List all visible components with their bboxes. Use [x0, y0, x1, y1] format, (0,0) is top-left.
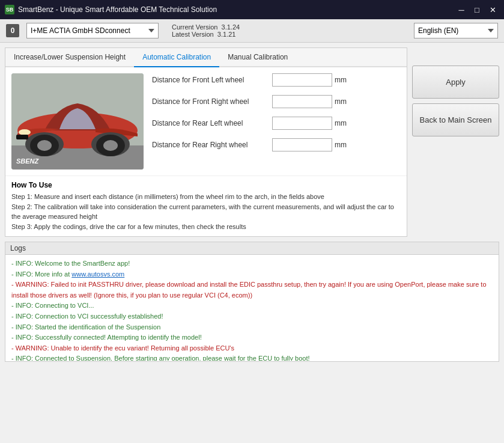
- field-label-rear-right: Distance for Rear Right wheel: [152, 141, 272, 149]
- svg-point-7: [37, 140, 52, 151]
- language-selector-wrap: English (EN): [414, 23, 498, 38]
- logs-header: Logs: [5, 242, 499, 255]
- device-select[interactable]: I+ME ACTIA GmbH SDconnect: [26, 23, 159, 38]
- title-bar-left: SB SmartBenz - Unique Smart Affordable O…: [5, 5, 217, 14]
- field-row-rear-right: Distance for Rear Right wheel mm: [152, 138, 401, 151]
- how-to-use-title: How To Use: [11, 181, 401, 189]
- minimize-button[interactable]: ─: [455, 3, 468, 16]
- field-input-front-left[interactable]: [272, 73, 332, 87]
- tab-content: SBENZ Distance for Front Left wheel mm D…: [5, 67, 407, 176]
- log-entry-6: - INFO: Started the identification of th…: [11, 323, 160, 331]
- maximize-button[interactable]: □: [470, 3, 484, 16]
- log-entry-7: - INFO: Successfully connected! Attempti…: [11, 334, 202, 341]
- field-unit-front-right: mm: [335, 97, 347, 106]
- tab-increase[interactable]: Increase/Lower Suspension Height: [5, 48, 134, 67]
- top-bar: 0 I+ME ACTIA GmbH SDconnect Current Vers…: [0, 19, 504, 43]
- field-input-rear-right[interactable]: [272, 138, 332, 151]
- language-select[interactable]: English (EN): [414, 23, 498, 38]
- field-label-front-left: Distance for Front Left wheel: [152, 76, 272, 84]
- apply-button[interactable]: Apply: [412, 66, 499, 99]
- how-to-use: How To Use Step 1: Measure and insert ea…: [5, 176, 407, 236]
- title-bar-title: SmartBenz - Unique Smart Affordable OEM …: [18, 5, 217, 14]
- log-entry-1: - INFO: Welcome to the SmartBenz app!: [11, 260, 130, 267]
- field-unit-front-left: mm: [335, 76, 347, 84]
- tab-manual[interactable]: Manual Calibration: [219, 48, 296, 67]
- svg-point-9: [19, 129, 31, 135]
- log-entry-2: - INFO: More info at: [11, 270, 71, 278]
- log-entry-4: - INFO: Connecting to VCI...: [11, 302, 94, 309]
- back-to-main-button[interactable]: Back to Main Screen: [412, 103, 499, 136]
- content-row: Increase/Lower Suspension Height Automat…: [0, 43, 504, 242]
- field-row-front-right: Distance for Front Right wheel mm: [152, 95, 401, 108]
- log-entry-5: - INFO: Connection to VCI successfully e…: [11, 313, 163, 320]
- logs-content[interactable]: - INFO: Welcome to the SmartBenz app! - …: [5, 255, 499, 361]
- car-image: SBENZ: [11, 73, 144, 170]
- close-button[interactable]: ✕: [486, 3, 499, 16]
- svg-rect-10: [16, 135, 28, 139]
- title-bar: SB SmartBenz - Unique Smart Affordable O…: [0, 0, 504, 19]
- app-icon: SB: [5, 5, 14, 14]
- log-entry-3: - WARNING: Failed to init PASSTHRU drive…: [11, 281, 487, 299]
- how-to-use-steps: Step 1: Measure and insert each distance…: [11, 192, 401, 231]
- car-image-area: SBENZ: [11, 73, 144, 170]
- tab-automatic[interactable]: Automatic Calibration: [134, 48, 219, 67]
- title-bar-controls: ─ □ ✕: [455, 3, 499, 16]
- field-label-front-right: Distance for Front Right wheel: [152, 97, 272, 106]
- logs-section: Logs - INFO: Welcome to the SmartBenz ap…: [5, 242, 499, 362]
- field-input-front-right[interactable]: [272, 95, 332, 108]
- zero-badge: 0: [6, 24, 19, 37]
- fields-area: Distance for Front Left wheel mm Distanc…: [152, 73, 401, 170]
- field-label-rear-left: Distance for Rear Left wheel: [152, 119, 272, 127]
- field-input-rear-left[interactable]: [272, 117, 332, 130]
- svg-text:SBENZ: SBENZ: [16, 157, 40, 165]
- field-unit-rear-right: mm: [335, 141, 347, 149]
- log-link-autosvs[interactable]: www.autosvs.com: [71, 270, 124, 278]
- field-unit-rear-left: mm: [335, 119, 347, 127]
- field-row-front-left: Distance for Front Left wheel mm: [152, 73, 401, 87]
- svg-point-8: [103, 140, 118, 151]
- log-entry-9: - INFO: Connected to Suspension. Before …: [11, 355, 310, 361]
- tabs: Increase/Lower Suspension Height Automat…: [5, 48, 407, 67]
- left-panel: Increase/Lower Suspension Height Automat…: [5, 47, 407, 237]
- current-version-label: Current Version 3.1.24: [172, 23, 240, 31]
- field-row-rear-left: Distance for Rear Left wheel mm: [152, 117, 401, 130]
- version-info: Current Version 3.1.24 Latest Version 3.…: [172, 23, 240, 38]
- log-entry-8: - WARNING: Unable to identify the ecu va…: [11, 344, 234, 352]
- right-panel: Apply Back to Main Screen: [412, 47, 499, 237]
- latest-version-label: Latest Version 3.1.21: [172, 31, 240, 38]
